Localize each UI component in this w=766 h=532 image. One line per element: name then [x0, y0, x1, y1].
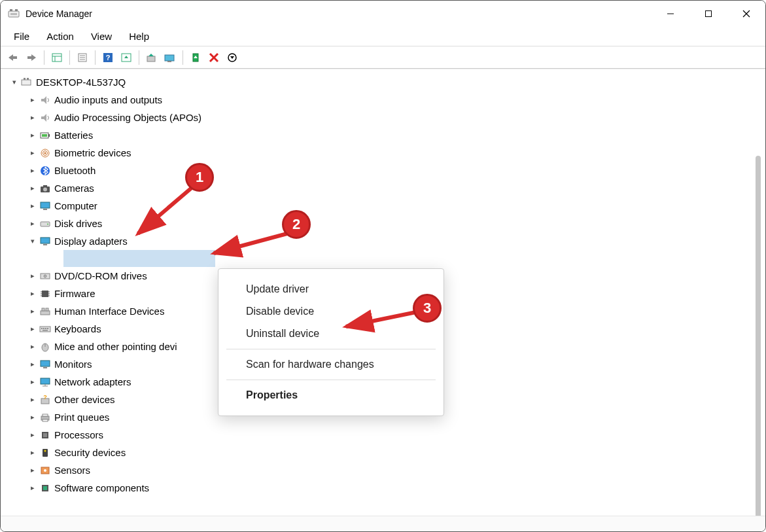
maximize-button[interactable]	[689, 1, 727, 27]
svg-rect-85	[43, 433, 47, 437]
menu-view[interactable]: View	[83, 28, 120, 44]
fingerprint-icon	[39, 147, 52, 160]
tree-item[interactable]: ▸Bluetooth	[5, 162, 765, 179]
security-icon	[39, 446, 52, 459]
help-button[interactable]: ?	[99, 49, 116, 66]
tree-item-label: Firmware	[54, 288, 96, 299]
chevron-right-icon[interactable]: ▸	[27, 184, 39, 192]
close-button[interactable]	[727, 1, 765, 27]
svg-text:?: ?	[106, 54, 111, 62]
tree-item[interactable]: ▸Software components	[5, 479, 765, 497]
svg-point-47	[43, 187, 47, 191]
sensor-icon	[39, 464, 52, 477]
scan-hardware-button[interactable]	[118, 49, 135, 66]
chevron-right-icon[interactable]: ▸	[27, 484, 39, 492]
svg-rect-69	[45, 328, 46, 329]
battery-icon	[39, 129, 52, 142]
ctx-scan-hardware[interactable]: Scan for hardware changes	[218, 353, 444, 376]
computer-icon	[20, 76, 33, 89]
chevron-right-icon[interactable]: ▸	[27, 325, 39, 333]
chevron-right-icon[interactable]: ▸	[27, 289, 39, 298]
svg-rect-35	[27, 78, 29, 80]
printer-icon	[39, 411, 52, 424]
chevron-right-icon[interactable]: ▸	[27, 448, 39, 457]
svg-rect-46	[43, 185, 47, 187]
monitor-icon	[39, 200, 52, 213]
chevron-down-icon[interactable]: ▾	[9, 78, 20, 86]
tree-item[interactable]: ▸Sensors	[5, 461, 765, 479]
svg-rect-25	[165, 55, 174, 61]
chevron-right-icon[interactable]: ▸	[27, 413, 39, 421]
back-button[interactable]	[5, 49, 22, 66]
svg-point-43	[44, 152, 46, 154]
chevron-right-icon[interactable]: ▸	[27, 113, 39, 122]
tree-item-label: DVD/CD-ROM drives	[54, 270, 147, 281]
chevron-right-icon[interactable]: ▸	[27, 272, 39, 280]
ctx-properties[interactable]: Properties	[218, 384, 444, 406]
tree-item[interactable]: ▸Audio inputs and outputs	[5, 91, 765, 109]
chevron-right-icon[interactable]: ▸	[27, 395, 39, 404]
keyboard-icon	[39, 323, 52, 336]
menu-file[interactable]: File	[6, 28, 37, 44]
svg-rect-70	[47, 328, 48, 329]
chevron-right-icon[interactable]: ▸	[27, 307, 39, 315]
chevron-right-icon[interactable]: ▸	[27, 431, 39, 439]
tree-item-label: Security devices	[54, 447, 126, 458]
uninstall-device-button[interactable]	[205, 49, 222, 66]
mouse-icon	[39, 340, 52, 353]
tree-item[interactable]: ▸Disk drives	[5, 215, 765, 232]
disable-device-button[interactable]	[224, 49, 241, 66]
tree-item[interactable]: ▸Audio Processing Objects (APOs)	[5, 109, 765, 126]
tree-item[interactable]: ▸Batteries	[5, 126, 765, 144]
tree-item[interactable]: ▸Computer	[5, 197, 765, 215]
menu-help[interactable]: Help	[121, 28, 157, 44]
ctx-disable-device[interactable]: Disable device	[218, 300, 444, 323]
forward-button[interactable]	[23, 49, 40, 66]
update-driver-button[interactable]	[143, 49, 160, 66]
svg-rect-12	[52, 54, 61, 62]
chevron-right-icon[interactable]: ▸	[27, 202, 39, 210]
chevron-right-icon[interactable]: ▸	[27, 378, 39, 386]
tree-item[interactable]: ▸Security devices	[5, 444, 765, 461]
svg-rect-48	[41, 202, 50, 208]
svg-rect-3	[10, 13, 17, 15]
properties-button[interactable]	[74, 49, 91, 66]
svg-rect-68	[43, 328, 44, 329]
chevron-right-icon[interactable]: ▸	[27, 360, 39, 368]
menu-action[interactable]: Action	[39, 28, 82, 44]
chevron-right-icon[interactable]: ▸	[27, 131, 39, 139]
minimize-button[interactable]	[652, 1, 689, 27]
context-menu: Update driver Disable device Uninstall d…	[218, 268, 444, 416]
svg-text:?: ?	[43, 395, 47, 400]
tree-item[interactable]: ▸Cameras	[5, 179, 765, 197]
show-hide-tree-button[interactable]	[48, 49, 65, 66]
svg-point-89	[44, 469, 46, 472]
chevron-right-icon[interactable]: ▸	[27, 466, 39, 474]
device-manager-window: Device Manager File Action View Help ?	[0, 0, 766, 532]
chevron-right-icon[interactable]: ▸	[27, 149, 39, 157]
tree-item-label: Cameras	[54, 183, 94, 194]
enable-device-button[interactable]	[187, 49, 204, 66]
svg-marker-22	[124, 56, 128, 58]
chevron-down-icon[interactable]: ▾	[27, 237, 39, 245]
chevron-right-icon[interactable]: ▸	[27, 219, 39, 228]
ctx-uninstall-device[interactable]: Uninstall device	[218, 323, 444, 345]
svg-rect-65	[46, 308, 48, 311]
chevron-right-icon[interactable]: ▸	[27, 166, 39, 175]
chevron-right-icon[interactable]: ▸	[27, 342, 39, 351]
annotation-badge-1: 1	[185, 163, 214, 192]
vertical-scrollbar[interactable]	[754, 156, 763, 516]
tree-item[interactable]: ▸Biometric devices	[5, 144, 765, 162]
annotation-badge-3: 3	[413, 294, 442, 323]
tree-item[interactable]: ▸Processors	[5, 426, 765, 444]
tree-root[interactable]: ▾ DESKTOP-4L537JQ	[5, 73, 765, 91]
tree-item-display-adapters[interactable]: ▾Display adapters	[5, 232, 765, 250]
svg-rect-63	[41, 311, 50, 315]
scrollbar-thumb[interactable]	[756, 156, 761, 516]
add-driver-button[interactable]	[162, 49, 179, 66]
svg-marker-32	[230, 56, 234, 59]
selected-device-item[interactable]	[63, 250, 215, 267]
ctx-update-driver[interactable]: Update driver	[218, 278, 444, 300]
chevron-right-icon[interactable]: ▸	[27, 96, 39, 104]
svg-rect-40	[42, 134, 47, 137]
